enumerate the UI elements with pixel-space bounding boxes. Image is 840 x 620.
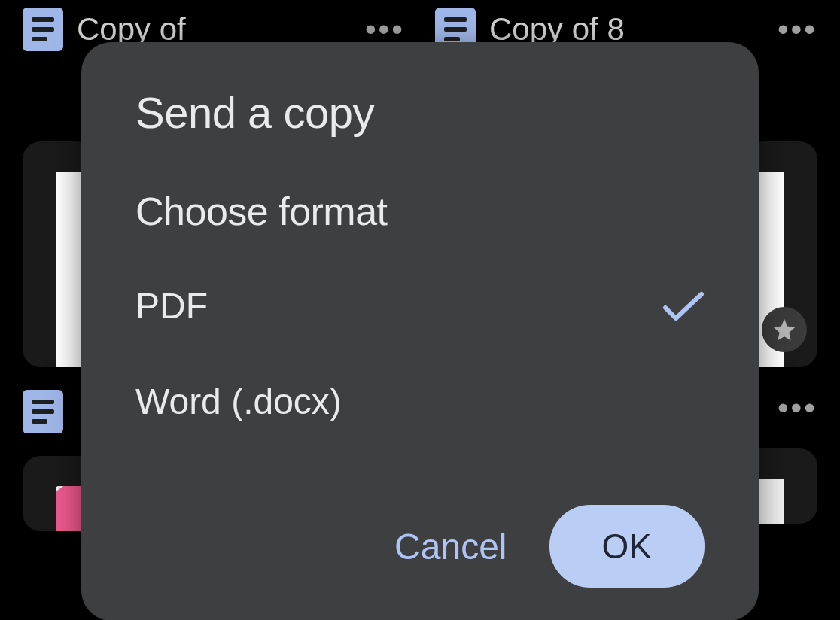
dialog-subtitle: Choose format	[135, 189, 705, 234]
dialog-title: Send a copy	[135, 87, 705, 138]
send-copy-dialog: Send a copy Choose format PDF Word (.doc…	[81, 42, 759, 620]
more-options-icon[interactable]: •••	[778, 11, 817, 47]
dialog-actions: Cancel OK	[135, 505, 705, 588]
format-option-pdf[interactable]: PDF	[135, 285, 705, 327]
format-option-word[interactable]: Word (.docx)	[135, 381, 705, 422]
cancel-button[interactable]: Cancel	[394, 511, 507, 582]
option-label: Word (.docx)	[135, 381, 342, 422]
checkmark-icon	[662, 290, 705, 323]
star-icon	[772, 317, 797, 342]
document-icon	[23, 390, 63, 433]
star-badge[interactable]	[762, 307, 807, 352]
document-icon	[23, 8, 63, 51]
option-label: PDF	[135, 285, 208, 327]
ok-button[interactable]: OK	[549, 505, 705, 588]
more-options-icon[interactable]: •••	[778, 390, 817, 426]
